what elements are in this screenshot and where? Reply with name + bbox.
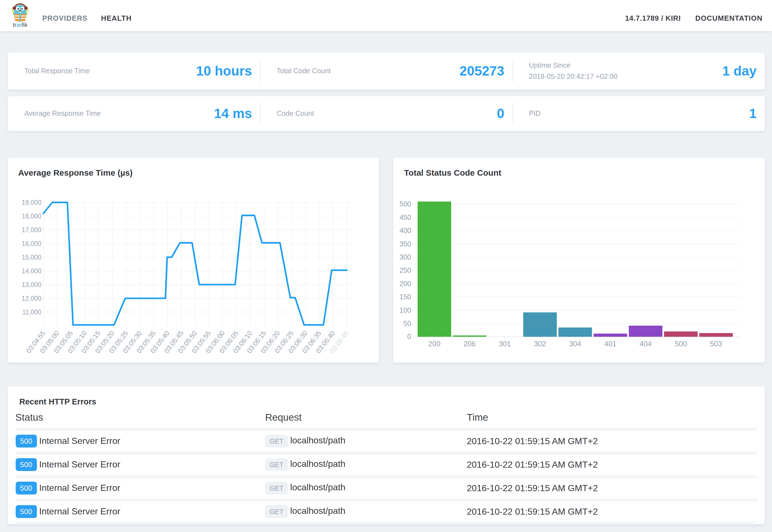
svg-text:13,000: 13,000: [22, 281, 41, 288]
request-path: localhost/path: [290, 459, 345, 469]
error-time: 2016-10-22 01:59:15 AM GMT+2: [467, 500, 757, 523]
svg-text:12,000: 12,000: [22, 295, 41, 302]
stat-value: 205273: [460, 63, 504, 79]
stats-row-0: Total Response Time10 hoursTotal Code Co…: [8, 52, 764, 89]
stat-label: Total Code Count: [277, 65, 460, 76]
request-path: localhost/path: [290, 436, 345, 445]
svg-text:503: 503: [710, 339, 722, 348]
error-time: 2016-10-22 01:59:15 AM GMT+2: [467, 430, 757, 452]
stat-sublabel: 2018-05-20 20:42:17 +02:00: [529, 71, 722, 82]
svg-text:401: 401: [604, 339, 616, 348]
svg-text:206: 206: [464, 339, 476, 348]
svg-text:16,000: 16,000: [22, 240, 41, 247]
svg-text:150: 150: [400, 293, 411, 300]
status-code-badge: 500: [15, 458, 37, 471]
stat-average-response-time: Average Response Time14 ms: [8, 96, 260, 131]
status-code-badge: 500: [15, 505, 37, 518]
error-row: 500Internal Server ErrorGETlocalhost/pat…: [15, 477, 757, 499]
svg-text:450: 450: [400, 213, 411, 221]
stat-label: PID: [529, 108, 749, 119]
svg-text:11,000: 11,000: [22, 308, 41, 316]
stat-pid: PID1: [512, 96, 764, 131]
errors-table: Status Request Time 500Internal Server E…: [15, 407, 757, 524]
errors-title: Recent HTTP Errors: [19, 397, 757, 406]
stats-row-1: Average Response Time14 msCode Count0PID…: [8, 96, 764, 131]
svg-text:400: 400: [400, 226, 411, 234]
top-nav: træfik PROVIDERS HEALTH 14.7.1789 / KIRI…: [0, 0, 772, 31]
stat-code-count: Code Count0: [260, 96, 512, 131]
status-text: Internal Server Error: [39, 460, 120, 469]
line-chart: 11,00012,00013,00014,00015,00016,00017,0…: [8, 157, 379, 362]
method-badge: GET: [265, 482, 288, 495]
bar-chart-card: Total Status Code Count 0501001502002503…: [394, 157, 765, 362]
svg-text:250: 250: [400, 266, 411, 274]
status-code-badge: 500: [15, 435, 37, 448]
stat-label: Total Response Time: [24, 65, 196, 76]
errors-card: Recent HTTP Errors Status Request Time 5…: [8, 387, 764, 524]
svg-text:19,000: 19,000: [22, 199, 41, 206]
traefik-gopher-icon: [12, 3, 29, 22]
line-chart-card: Average Response Time (µs) 11,00012,0001…: [8, 157, 379, 362]
svg-text:0: 0: [408, 332, 411, 340]
stat-value: 1 day: [722, 63, 757, 79]
svg-text:14,000: 14,000: [22, 267, 41, 274]
stat-label: Average Response Time: [24, 108, 214, 119]
svg-text:200: 200: [429, 339, 441, 348]
status-code-badge: 500: [15, 482, 37, 495]
svg-text:200: 200: [400, 279, 411, 287]
status-text: Internal Server Error: [39, 483, 120, 493]
error-row: 500Internal Server ErrorGETlocalhost/pat…: [15, 430, 757, 452]
stat-value: 14 ms: [214, 105, 252, 121]
stat-value: 1: [749, 105, 757, 121]
method-badge: GET: [265, 505, 288, 518]
error-time: 2016-10-22 01:59:15 AM GMT+2: [467, 477, 757, 499]
stat-uptime-since: Uptime Since2018-05-20 20:42:17 +02:001 …: [512, 52, 764, 89]
col-status: Status: [15, 408, 265, 429]
svg-text:350: 350: [400, 240, 411, 248]
col-time: Time: [467, 408, 757, 429]
request-path: localhost/path: [290, 482, 345, 492]
svg-text:304: 304: [569, 339, 581, 348]
svg-text:50: 50: [404, 319, 411, 327]
error-row: 500Internal Server ErrorGETlocalhost/pat…: [15, 453, 757, 476]
svg-text:301: 301: [499, 339, 511, 348]
traefik-logo[interactable]: træfik: [7, 3, 33, 28]
svg-text:300: 300: [400, 253, 411, 261]
request-path: localhost/path: [290, 506, 345, 515]
nav-health[interactable]: HEALTH: [101, 14, 132, 22]
error-time: 2016-10-22 01:59:15 AM GMT+2: [467, 453, 757, 476]
svg-text:500: 500: [400, 200, 411, 208]
stat-label: Code Count: [277, 108, 497, 119]
main-nav: PROVIDERS HEALTH: [42, 14, 132, 22]
svg-text:17,000: 17,000: [22, 226, 41, 233]
col-request: Request: [265, 408, 467, 429]
bar-chart: 0501001502002503003504004505002002063013…: [394, 157, 765, 362]
svg-text:15,000: 15,000: [22, 253, 41, 261]
method-badge: GET: [265, 458, 288, 471]
nav-documentation[interactable]: DOCUMENTATION: [695, 14, 762, 22]
stat-total-response-time: Total Response Time10 hours: [8, 52, 260, 89]
stat-label: Uptime Since: [529, 60, 722, 71]
stat-value: 0: [497, 105, 504, 121]
svg-text:18,000: 18,000: [22, 212, 41, 220]
version-label: 14.7.1789 / KIRI: [625, 14, 681, 22]
svg-text:404: 404: [640, 339, 652, 348]
logo-text: træfik: [13, 21, 28, 28]
stat-value: 10 hours: [196, 63, 252, 79]
method-badge: GET: [265, 435, 288, 448]
svg-text:500: 500: [675, 339, 687, 348]
status-text: Internal Server Error: [39, 436, 120, 446]
status-text: Internal Server Error: [39, 507, 120, 516]
stat-total-code-count: Total Code Count205273: [260, 52, 512, 89]
svg-text:100: 100: [400, 306, 411, 314]
nav-providers[interactable]: PROVIDERS: [42, 14, 88, 22]
error-row: 500Internal Server ErrorGETlocalhost/pat…: [15, 500, 757, 523]
svg-text:302: 302: [534, 339, 546, 348]
